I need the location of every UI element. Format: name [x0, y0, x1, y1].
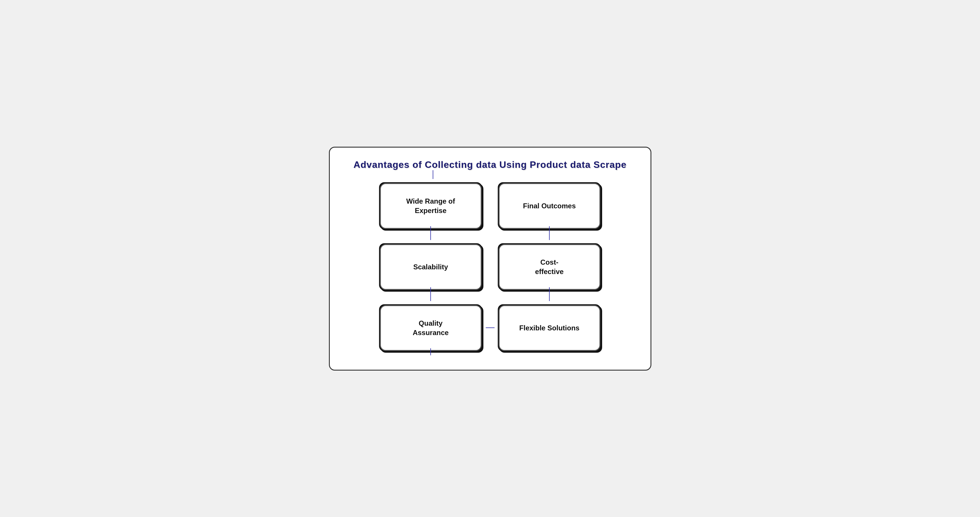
boxes-grid: Wide Range ofExpertise Final Outcomes Sc… — [376, 179, 605, 355]
card-quality-assurance-label: QualityAssurance — [413, 319, 449, 337]
card-scalability-label: Scalability — [413, 262, 448, 271]
diagram-area: Wide Range ofExpertise Final Outcomes Sc… — [376, 179, 605, 355]
card-scalability: Scalability — [379, 244, 482, 290]
card-flexible-solutions-label: Flexible Solutions — [519, 323, 579, 332]
card-wide-range-label: Wide Range ofExpertise — [406, 196, 455, 215]
outer-container: Advantages of Collecting data Using Prod… — [329, 147, 651, 370]
top-connector — [433, 170, 433, 179]
right-connector-2-3 — [549, 294, 550, 301]
right-connector-1-2 — [549, 233, 550, 240]
h-connector-row3 — [486, 327, 495, 328]
cell-cost-effective: Cost-effective — [495, 240, 605, 294]
card-wide-range: Wide Range ofExpertise — [379, 182, 482, 230]
cell-quality-assurance: QualityAssurance — [376, 301, 486, 355]
card-cost-effective: Cost-effective — [498, 244, 601, 290]
card-cost-effective-label: Cost-effective — [535, 258, 563, 276]
card-final-outcomes-label: Final Outcomes — [523, 201, 576, 211]
cell-scalability: Scalability — [376, 240, 486, 294]
card-quality-assurance: QualityAssurance — [379, 305, 482, 351]
left-connector-2-3 — [430, 294, 431, 301]
card-final-outcomes: Final Outcomes — [498, 182, 601, 230]
card-flexible-solutions: Flexible Solutions — [498, 305, 601, 351]
cell-final-outcomes: Final Outcomes — [495, 179, 605, 233]
page-title: Advantages of Collecting data Using Prod… — [347, 159, 633, 170]
left-connector-1-2 — [430, 233, 431, 240]
cell-wide-range: Wide Range ofExpertise — [376, 179, 486, 233]
cell-flexible-solutions: Flexible Solutions — [495, 301, 605, 355]
